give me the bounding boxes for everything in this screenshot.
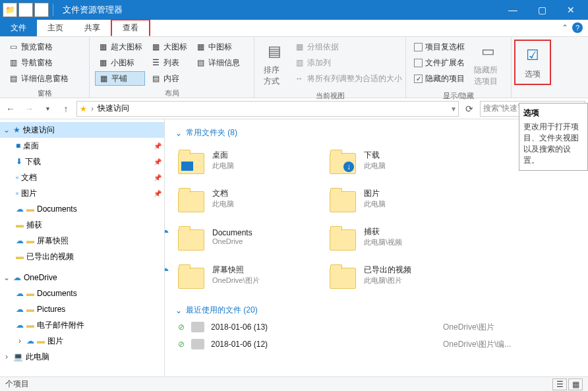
collapse-ribbon-icon[interactable]: ⌃ [562,23,568,32]
tree-email[interactable]: ☁▬电子邮件附件 [0,317,164,333]
folder-card[interactable]: ☁DocumentsOneDrive [175,218,327,256]
qat-icon[interactable]: ▫ [18,3,33,17]
details-icon: ▤ [8,73,18,84]
tree-documents[interactable]: ☁▬Documents [0,201,164,217]
group-label-view: 当前视图 [258,90,401,101]
tree-od-docs[interactable]: ☁▬Documents [0,286,164,301]
recent-row[interactable]: ⊘2018-01-06 (12)OneDrive\图片\编... [175,336,577,353]
recent-row[interactable]: ⊘2018-01-06 (13)OneDrive\图片 [175,318,577,336]
up-button[interactable]: ↑ [58,101,74,117]
section-freq-folders[interactable]: ⌄常用文件夹 (8) [175,125,577,141]
tree-pics[interactable]: ▫图片📌 [0,185,164,201]
group-label-pane: 窗格 [4,87,85,98]
help-icon[interactable]: ? [572,22,583,33]
sort-icon: ▤ [264,41,285,62]
group-label-layout: 布局 [94,87,250,98]
tab-view[interactable]: 查看 [111,19,150,36]
chk-hidden[interactable]: ✓隐藏的项目 [411,71,467,86]
nav-pane[interactable]: ▥导航窗格 [5,55,71,70]
folder-card[interactable]: 文档此电脑 [175,179,327,218]
star-icon: ★ [80,104,87,113]
ribbon: ▭预览窗格 ▥导航窗格 ▤详细信息窗格 窗格 ▦超大图标 ▦小图标 ▦平铺 ▦大… [0,37,588,98]
qat-dropdown[interactable]: ▾ [34,3,49,17]
ribbon-tabs: 文件 主页 共享 查看 ⌃ ? [0,20,588,37]
options-icon: ☑ [522,45,543,66]
layout-det[interactable]: ▤详细信息 [192,55,243,70]
view-details-btn[interactable]: ☰ [552,378,567,390]
tree-od-pics[interactable]: ☁▬Pictures [0,301,164,317]
tree-quick-access[interactable]: ⌄★快速访问 [0,122,164,138]
folder-card[interactable]: 桌面此电脑 [175,141,327,179]
options-tooltip: 选项 更改用于打开项目、文件夹视图以及搜索的设置。 [519,103,588,171]
status-count: 个项目 [5,378,29,390]
group-by[interactable]: ▦分组依据 [291,40,405,54]
view-icons-btn[interactable]: ▦ [568,378,583,390]
layout-xl[interactable]: ▦超大图标 [95,40,145,54]
tree-downloads[interactable]: ⬇下载📌 [0,154,164,169]
group-label-show: 显示/隐藏 [410,90,507,101]
tree-onedrive[interactable]: ⌄☁OneDrive [0,270,164,286]
layout-lg[interactable]: ▦大图标 [148,40,190,54]
folder-card[interactable]: 图片此电脑 [327,179,479,218]
preview-icon: ▭ [8,42,18,52]
folder-card[interactable]: ↓下载此电脑 [327,141,479,179]
details-pane[interactable]: ▤详细信息窗格 [5,71,71,86]
back-button[interactable]: ← [3,101,18,117]
close-button[interactable]: ✕ [556,0,585,20]
layout-md[interactable]: ▦中图标 [192,40,243,54]
minimize-button[interactable]: — [498,0,527,20]
folder-card[interactable]: ☁屏幕快照OneDrive\图片 [175,256,327,294]
app-icon: 📁 [3,3,17,17]
hide-icon: ▭ [477,41,498,62]
section-recent-files[interactable]: ⌄最近使用的文件 (20) [175,302,577,318]
nav-tree: ⌄★快速访问 ■桌面📌 ⬇下载📌 ▫文档📌 ▫图片📌 ☁▬Documents ▬… [0,119,165,376]
tab-home[interactable]: 主页 [37,19,74,36]
options-highlight: ☑选项 [514,40,551,85]
folder-card[interactable]: 捕获此电脑\视频 [327,218,479,256]
chk-checkboxes[interactable]: 项目复选框 [411,40,467,54]
tree-desktop[interactable]: ■桌面📌 [0,138,164,154]
layout-tile[interactable]: ▦平铺 [95,71,145,86]
layout-content[interactable]: ▤内容 [148,71,190,86]
nav-icon: ▥ [8,57,18,68]
tree-docs[interactable]: ▫文档📌 [0,169,164,185]
preview-pane[interactable]: ▭预览窗格 [5,40,71,54]
window-title: 文件资源管理器 [63,4,123,16]
address-bar: ← → ▾ ↑ ★ › 快速访问 ▾ ⟳ 搜索"快速访问" [0,98,588,119]
chk-extensions[interactable]: 文件扩展名 [411,55,467,70]
address-box[interactable]: ★ › 快速访问 ▾ [76,101,459,117]
tree-screenshot[interactable]: ☁▬屏幕快照 [0,233,164,249]
hide-selected[interactable]: ▭隐藏所选项目 [469,38,507,90]
layout-sm[interactable]: ▦小图标 [95,55,145,70]
options-button[interactable]: ☑选项 [517,42,548,82]
tree-thispc[interactable]: ›💻此电脑 [0,349,164,365]
tree-od-img[interactable]: ›☁▬图片 [0,333,164,349]
titlebar: 📁 ▫ ▾ 文件资源管理器 — ▢ ✕ [0,0,588,20]
breadcrumb[interactable]: 快速访问 [98,103,129,114]
breadcrumb-sep: › [91,104,94,113]
sort-button[interactable]: ▤排序方式 [258,38,290,90]
tab-share[interactable]: 共享 [74,19,111,36]
fit-columns[interactable]: ↔将所有列调整为合适的大小 [291,71,405,86]
add-column[interactable]: ▥添加列 [291,55,405,70]
tree-exported[interactable]: ▬已导出的视频 [0,249,164,264]
folder-card[interactable]: 已导出的视频此电脑\图片 [327,256,479,294]
refresh-button[interactable]: ⟳ [461,101,477,117]
layout-list[interactable]: ☰列表 [148,55,190,70]
recent-dropdown[interactable]: ▾ [40,101,55,117]
tree-capture[interactable]: ▬捕获 [0,217,164,233]
tab-file[interactable]: 文件 [0,19,37,36]
forward-button[interactable]: → [21,101,37,117]
status-bar: 个项目 ☰ ▦ [0,376,588,391]
maximize-button[interactable]: ▢ [527,0,556,20]
